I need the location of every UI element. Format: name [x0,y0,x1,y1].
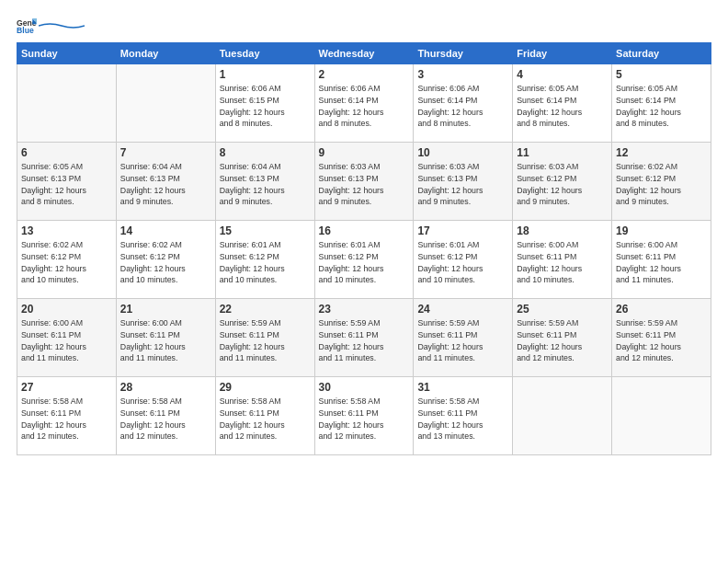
calendar-day-cell [612,377,711,455]
day-info: Sunrise: 6:00 AM Sunset: 6:11 PM Dayligh… [120,317,211,364]
day-number: 19 [616,224,707,237]
day-number: 15 [220,224,311,237]
calendar-day-cell: 7Sunrise: 6:04 AM Sunset: 6:13 PM Daylig… [116,143,215,221]
logo-icon: General Blue [17,17,37,33]
day-info: Sunrise: 6:01 AM Sunset: 6:12 PM Dayligh… [417,239,508,286]
calendar-day-cell: 6Sunrise: 6:05 AM Sunset: 6:13 PM Daylig… [17,143,117,221]
calendar-day-cell: 23Sunrise: 5:59 AM Sunset: 6:11 PM Dayli… [314,299,414,377]
calendar-week-row: 6Sunrise: 6:05 AM Sunset: 6:13 PM Daylig… [17,143,711,221]
day-info: Sunrise: 6:04 AM Sunset: 6:13 PM Dayligh… [220,161,311,208]
calendar-week-row: 27Sunrise: 5:58 AM Sunset: 6:11 PM Dayli… [17,377,711,455]
day-number: 12 [616,146,707,159]
calendar-day-cell: 2Sunrise: 6:06 AM Sunset: 6:14 PM Daylig… [314,64,414,143]
calendar-day-cell: 29Sunrise: 5:58 AM Sunset: 6:11 PM Dayli… [215,377,314,455]
day-number: 21 [120,303,211,316]
calendar-day-cell: 18Sunrise: 6:00 AM Sunset: 6:11 PM Dayli… [513,221,612,299]
calendar-week-row: 20Sunrise: 6:00 AM Sunset: 6:11 PM Dayli… [17,299,711,377]
day-info: Sunrise: 6:06 AM Sunset: 6:14 PM Dayligh… [319,83,410,130]
day-info: Sunrise: 6:03 AM Sunset: 6:13 PM Dayligh… [319,161,410,208]
day-info: Sunrise: 5:58 AM Sunset: 6:11 PM Dayligh… [220,396,311,442]
calendar-day-cell [17,64,117,143]
day-number: 11 [517,146,608,159]
day-info: Sunrise: 5:58 AM Sunset: 6:11 PM Dayligh… [319,396,410,442]
calendar-header-row: SundayMondayTuesdayWednesdayThursdayFrid… [17,43,711,64]
weekday-header: Sunday [17,43,117,64]
day-info: Sunrise: 6:01 AM Sunset: 6:12 PM Dayligh… [319,239,410,286]
calendar-day-cell: 8Sunrise: 6:04 AM Sunset: 6:13 PM Daylig… [215,143,314,221]
day-number: 16 [319,224,410,237]
weekday-header: Monday [116,43,215,64]
calendar-day-cell [513,377,612,455]
day-info: Sunrise: 5:59 AM Sunset: 6:11 PM Dayligh… [319,317,410,364]
day-info: Sunrise: 5:59 AM Sunset: 6:11 PM Dayligh… [616,317,707,364]
calendar-day-cell: 22Sunrise: 5:59 AM Sunset: 6:11 PM Dayli… [215,299,314,377]
calendar-day-cell [116,64,215,143]
day-number: 6 [21,146,112,159]
day-info: Sunrise: 5:59 AM Sunset: 6:11 PM Dayligh… [517,317,608,364]
day-info: Sunrise: 6:05 AM Sunset: 6:14 PM Dayligh… [517,83,608,130]
day-number: 31 [417,381,508,394]
day-info: Sunrise: 6:00 AM Sunset: 6:11 PM Dayligh… [21,317,112,364]
calendar-day-cell: 25Sunrise: 5:59 AM Sunset: 6:11 PM Dayli… [513,299,612,377]
day-number: 1 [220,68,311,81]
day-info: Sunrise: 6:02 AM Sunset: 6:12 PM Dayligh… [616,161,707,208]
day-number: 17 [417,224,508,237]
day-number: 5 [616,68,707,81]
calendar-day-cell: 27Sunrise: 5:58 AM Sunset: 6:11 PM Dayli… [17,377,117,455]
calendar-day-cell: 5Sunrise: 6:05 AM Sunset: 6:14 PM Daylig… [612,64,711,143]
calendar-day-cell: 9Sunrise: 6:03 AM Sunset: 6:13 PM Daylig… [314,143,414,221]
day-number: 7 [120,146,211,159]
day-info: Sunrise: 5:59 AM Sunset: 6:11 PM Dayligh… [417,317,508,364]
calendar-day-cell: 15Sunrise: 6:01 AM Sunset: 6:12 PM Dayli… [215,221,314,299]
day-info: Sunrise: 6:03 AM Sunset: 6:12 PM Dayligh… [517,161,608,208]
calendar-day-cell: 17Sunrise: 6:01 AM Sunset: 6:12 PM Dayli… [414,221,513,299]
day-number: 10 [417,146,508,159]
calendar-table: SundayMondayTuesdayWednesdayThursdayFrid… [17,42,711,455]
day-number: 8 [220,146,311,159]
header: General Blue [17,17,711,33]
calendar-day-cell: 13Sunrise: 6:02 AM Sunset: 6:12 PM Dayli… [17,221,117,299]
calendar-day-cell: 16Sunrise: 6:01 AM Sunset: 6:12 PM Dayli… [314,221,414,299]
logo-wave [39,22,85,29]
weekday-header: Tuesday [215,43,314,64]
calendar-day-cell: 26Sunrise: 5:59 AM Sunset: 6:11 PM Dayli… [612,299,711,377]
day-number: 24 [417,303,508,316]
day-info: Sunrise: 5:58 AM Sunset: 6:11 PM Dayligh… [417,396,508,442]
day-number: 28 [120,381,211,394]
calendar-day-cell: 21Sunrise: 6:00 AM Sunset: 6:11 PM Dayli… [116,299,215,377]
day-number: 30 [319,381,410,394]
day-number: 22 [220,303,311,316]
day-info: Sunrise: 6:02 AM Sunset: 6:12 PM Dayligh… [21,239,112,286]
logo: General Blue [17,17,85,33]
day-number: 14 [120,224,211,237]
calendar-day-cell: 19Sunrise: 6:00 AM Sunset: 6:11 PM Dayli… [612,221,711,299]
day-number: 4 [517,68,608,81]
day-info: Sunrise: 6:00 AM Sunset: 6:11 PM Dayligh… [517,239,608,286]
day-info: Sunrise: 5:58 AM Sunset: 6:11 PM Dayligh… [120,396,211,442]
weekday-header: Friday [513,43,612,64]
calendar-day-cell: 14Sunrise: 6:02 AM Sunset: 6:12 PM Dayli… [116,221,215,299]
calendar-day-cell: 11Sunrise: 6:03 AM Sunset: 6:12 PM Dayli… [513,143,612,221]
calendar-day-cell: 28Sunrise: 5:58 AM Sunset: 6:11 PM Dayli… [116,377,215,455]
day-number: 29 [220,381,311,394]
svg-text:Blue: Blue [17,26,34,33]
calendar-day-cell: 1Sunrise: 6:06 AM Sunset: 6:15 PM Daylig… [215,64,314,143]
day-info: Sunrise: 5:58 AM Sunset: 6:11 PM Dayligh… [21,396,112,442]
calendar-day-cell: 4Sunrise: 6:05 AM Sunset: 6:14 PM Daylig… [513,64,612,143]
calendar-week-row: 1Sunrise: 6:06 AM Sunset: 6:15 PM Daylig… [17,64,711,143]
calendar-day-cell: 3Sunrise: 6:06 AM Sunset: 6:14 PM Daylig… [414,64,513,143]
day-info: Sunrise: 6:05 AM Sunset: 6:14 PM Dayligh… [616,83,707,130]
calendar-day-cell: 24Sunrise: 5:59 AM Sunset: 6:11 PM Dayli… [414,299,513,377]
day-number: 23 [319,303,410,316]
calendar-day-cell: 31Sunrise: 5:58 AM Sunset: 6:11 PM Dayli… [414,377,513,455]
day-number: 13 [21,224,112,237]
day-info: Sunrise: 6:03 AM Sunset: 6:13 PM Dayligh… [417,161,508,208]
day-info: Sunrise: 6:05 AM Sunset: 6:13 PM Dayligh… [21,161,112,208]
day-info: Sunrise: 5:59 AM Sunset: 6:11 PM Dayligh… [220,317,311,364]
day-info: Sunrise: 6:02 AM Sunset: 6:12 PM Dayligh… [120,239,211,286]
day-info: Sunrise: 6:04 AM Sunset: 6:13 PM Dayligh… [120,161,211,208]
day-info: Sunrise: 6:06 AM Sunset: 6:14 PM Dayligh… [417,83,508,130]
calendar-day-cell: 10Sunrise: 6:03 AM Sunset: 6:13 PM Dayli… [414,143,513,221]
day-number: 9 [319,146,410,159]
calendar-day-cell: 20Sunrise: 6:00 AM Sunset: 6:11 PM Dayli… [17,299,117,377]
